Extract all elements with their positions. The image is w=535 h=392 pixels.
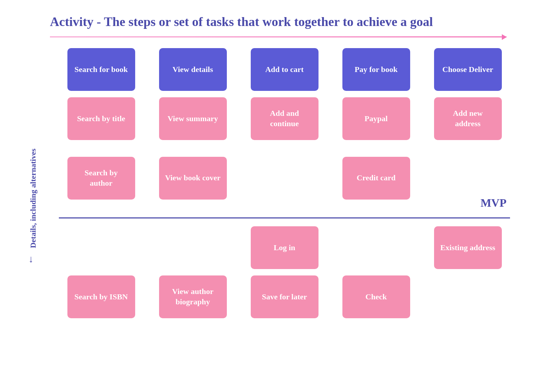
card-credit-card[interactable]: Credit card xyxy=(342,157,410,200)
card-save-for-later[interactable]: Save for later xyxy=(251,275,319,318)
card-search-by-author[interactable]: Search by author xyxy=(67,157,135,200)
card-view-book-cover[interactable]: View book cover xyxy=(159,157,227,200)
card-view-details[interactable]: View details xyxy=(159,48,227,91)
header-col4: Pay for book xyxy=(334,48,418,91)
r5-col3: Save for later xyxy=(242,275,327,318)
card-check[interactable]: Check xyxy=(342,275,410,318)
sidebar-label: Details, including alternatives xyxy=(29,149,38,248)
r2-col2: View summary xyxy=(151,97,235,140)
r2-col1: Search by title xyxy=(59,97,143,140)
page-container: Activity - The steps or set of tasks tha… xyxy=(0,0,535,392)
r5-col1: Search by ISBN xyxy=(59,275,143,318)
sidebar-arrow: ↓ xyxy=(29,253,34,265)
card-pay-for-book[interactable]: Pay for book xyxy=(342,48,410,91)
r5-col4: Check xyxy=(334,275,418,318)
sidebar: Details, including alternatives ↓ xyxy=(29,48,48,365)
r3-col3-empty xyxy=(242,146,327,210)
r5-col5-empty xyxy=(426,275,510,318)
r4-col4-empty xyxy=(334,226,418,269)
arrow-row xyxy=(50,36,506,37)
card-paypal[interactable]: Paypal xyxy=(342,97,410,140)
card-search-by-title[interactable]: Search by title xyxy=(67,97,135,140)
card-search-for-book[interactable]: Search for book xyxy=(67,48,135,91)
r4-col3: Log in xyxy=(242,226,327,269)
card-add-new-address[interactable]: Add new address xyxy=(434,97,502,140)
activity-grid: Search for book View details Add to cart xyxy=(55,48,514,318)
card-choose-deliver[interactable]: Choose Deliver xyxy=(434,48,502,91)
r4-col2-empty xyxy=(151,226,235,269)
card-add-and-continue[interactable]: Add and continue xyxy=(251,97,319,140)
mvp-label: MVP xyxy=(480,196,506,210)
r3-col1: Search by author xyxy=(59,146,143,210)
r3-col2: View book cover xyxy=(151,146,235,210)
main-layout: Details, including alternatives ↓ Search… xyxy=(29,48,514,365)
r4-col1-empty xyxy=(59,226,143,269)
header-col2: View details xyxy=(151,48,235,91)
r2-col3: Add and continue xyxy=(242,97,327,140)
header-col1: Search for book xyxy=(59,48,143,91)
r2-col5: Add new address xyxy=(426,97,510,140)
r5-col2: View author biography xyxy=(151,275,235,318)
card-view-summary[interactable]: View summary xyxy=(159,97,227,140)
card-existing-address[interactable]: Existing address xyxy=(434,226,502,269)
arrow-line xyxy=(50,36,506,37)
page-title: Activity - The steps or set of tasks tha… xyxy=(50,14,514,29)
r3-col4: Credit card xyxy=(334,146,418,210)
header-col5: Choose Deliver xyxy=(426,48,510,91)
card-search-by-isbn[interactable]: Search by ISBN xyxy=(67,275,135,318)
card-add-to-cart[interactable]: Add to cart xyxy=(251,48,319,91)
r2-col4: Paypal xyxy=(334,97,418,140)
r4-col5: Existing address xyxy=(426,226,510,269)
content-area: Search for book View details Add to cart xyxy=(48,48,514,365)
header-col3: Add to cart xyxy=(242,48,327,91)
card-log-in[interactable]: Log in xyxy=(251,226,319,269)
r3-col5-empty: MVP xyxy=(426,146,510,210)
mvp-divider xyxy=(59,217,510,218)
card-view-author-biography[interactable]: View author biography xyxy=(159,275,227,318)
